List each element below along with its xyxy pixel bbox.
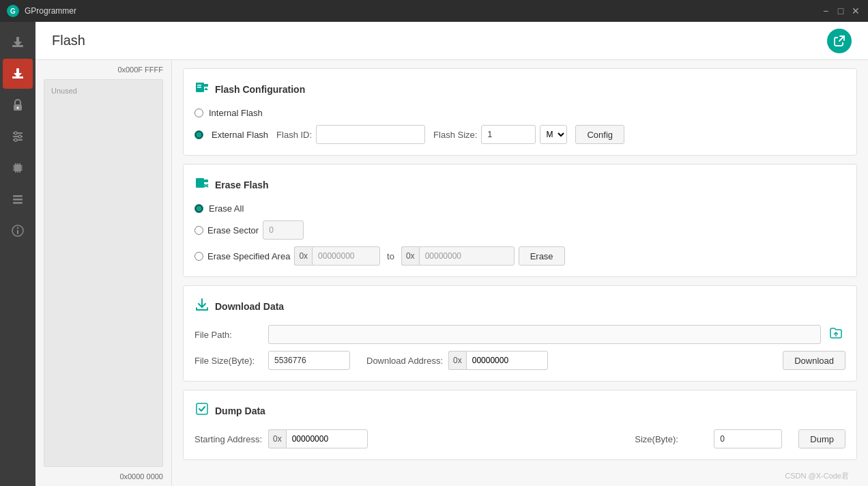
erase-flash-icon	[194, 175, 209, 194]
erase-all-label[interactable]: Erase All	[209, 203, 244, 214]
svg-point-12	[18, 135, 21, 138]
tune-icon	[11, 130, 25, 143]
memory-unused-label: Unused	[51, 87, 77, 95]
flash-config-icon	[194, 80, 209, 98]
size-input[interactable]	[714, 429, 782, 448]
download-data-header: Download Data	[194, 297, 845, 315]
chip-icon	[11, 161, 25, 175]
file-size-label: File Size(Byte):	[194, 356, 263, 366]
flash-size-unit-select[interactable]: M K G	[540, 125, 567, 144]
svg-line-33	[839, 36, 844, 41]
file-path-input[interactable]	[268, 325, 821, 344]
close-button[interactable]: ✕	[850, 5, 861, 16]
erase-to-hex: 0x	[401, 246, 515, 266]
memory-bottom-label: 0x0000 0000	[44, 472, 163, 481]
starting-address-input[interactable]	[286, 429, 368, 448]
svg-rect-40	[204, 180, 208, 182]
erase-to-label: to	[387, 251, 394, 261]
erase-from-input[interactable]	[312, 246, 380, 266]
flash-config-card: Flash Configuration Internal Flash Exter…	[183, 68, 857, 156]
sidebar-item-info[interactable]	[3, 216, 33, 246]
svg-marker-38	[204, 87, 208, 90]
titlebar-left: G GProgrammer	[7, 5, 76, 17]
download-top-icon	[10, 35, 25, 50]
flash-config-title: Flash Configuration	[215, 84, 305, 95]
svg-rect-27	[13, 195, 23, 197]
download-address-label: Download Address:	[366, 356, 443, 366]
flash-size-input[interactable]	[481, 125, 536, 144]
sidebar-item-chip[interactable]	[3, 153, 33, 183]
app-title: GProgrammer	[25, 6, 76, 16]
file-size-row: File Size(Byte): Download Address: 0x Do…	[194, 351, 845, 370]
browse-button[interactable]	[826, 326, 845, 343]
svg-point-11	[14, 132, 17, 134]
erase-sector-radio[interactable]	[194, 226, 203, 235]
erase-flash-title: Erase Flash	[215, 180, 269, 190]
lock-icon	[11, 98, 25, 112]
internal-flash-radio[interactable]	[194, 109, 203, 117]
svg-rect-39	[196, 178, 204, 188]
svg-rect-31	[17, 230, 18, 234]
content-area: Flash 0x000F FFFF Unused 0x0000 0000	[35, 22, 868, 486]
erase-sector-row: Erase Sector	[194, 220, 845, 240]
titlebar: G GProgrammer − □ ✕	[0, 0, 868, 22]
size-label: Size(Byte):	[635, 434, 703, 444]
file-path-row: File Path:	[194, 325, 845, 344]
dump-data-header: Dump Data	[194, 401, 845, 420]
erase-to-input[interactable]	[419, 246, 515, 266]
page-header: Flash	[35, 22, 868, 60]
flash-size-label: Flash Size:	[433, 130, 477, 140]
main-panel: 0x000F FFFF Unused 0x0000 0000	[35, 60, 868, 486]
flash-size-group: Flash Size: M K G	[433, 125, 567, 144]
dump-button[interactable]: Dump	[798, 429, 845, 448]
erase-all-radio[interactable]	[194, 204, 203, 213]
erase-specified-label[interactable]: Erase Specified Area	[207, 251, 290, 261]
flash-id-input[interactable]	[316, 125, 425, 144]
erase-to-prefix: 0x	[401, 246, 419, 266]
svg-rect-36	[197, 85, 201, 86]
maximize-button[interactable]: □	[835, 5, 846, 16]
svg-rect-45	[197, 403, 207, 414]
sidebar-item-flash-top[interactable]	[3, 27, 33, 57]
info-icon	[11, 224, 25, 238]
memory-bar: Unused	[44, 79, 163, 467]
erase-specified-radio[interactable]	[194, 252, 203, 261]
minimize-button[interactable]: −	[820, 5, 831, 16]
dump-row: Starting Address: 0x Size(Byte): Dump	[194, 429, 845, 448]
erase-sector-input[interactable]	[263, 220, 304, 240]
file-size-input[interactable]	[268, 351, 350, 370]
memory-map: 0x000F FFFF Unused 0x0000 0000	[35, 60, 172, 486]
svg-point-32	[17, 227, 18, 229]
download-data-card: Download Data File Path:	[183, 285, 857, 382]
config-button[interactable]: Config	[575, 125, 624, 144]
download-data-icon	[194, 297, 209, 315]
flash-id-group: Flash ID:	[276, 125, 425, 144]
memory-top-label: 0x000F FFFF	[44, 66, 163, 74]
dump-data-icon	[194, 401, 209, 420]
erase-flash-header: Erase Flash	[194, 175, 845, 194]
dump-data-card: Dump Data Starting Address: 0x Size(Byte…	[183, 390, 857, 460]
app-logo: G	[7, 5, 19, 17]
download-button[interactable]: Download	[783, 351, 845, 370]
download-address-input[interactable]	[466, 351, 548, 370]
erase-all-row: Erase All	[194, 203, 845, 214]
download-data-title: Download Data	[215, 301, 284, 312]
sidebar-item-list[interactable]	[3, 184, 33, 214]
starting-address-hex: 0x	[268, 429, 368, 448]
external-flash-label[interactable]: External Flash	[212, 130, 268, 140]
link-button[interactable]	[827, 29, 852, 53]
download-address-hex: 0x	[448, 351, 548, 370]
starting-prefix: 0x	[268, 429, 286, 448]
app-body: Flash 0x000F FFFF Unused 0x0000 0000	[0, 22, 868, 486]
svg-rect-37	[197, 87, 201, 88]
erase-button[interactable]: Erase	[519, 246, 565, 266]
download-prefix: 0x	[448, 351, 466, 370]
erase-type-radio-group: Erase All Erase Sector Erase Specified A…	[194, 203, 845, 266]
erase-sector-label[interactable]: Erase Sector	[207, 225, 259, 235]
sidebar-item-security[interactable]	[3, 90, 33, 120]
external-flash-radio[interactable]	[194, 130, 203, 139]
internal-flash-label[interactable]: Internal Flash	[209, 108, 263, 118]
sidebar-item-flash-active[interactable]	[3, 59, 33, 89]
sidebar-item-tune[interactable]	[3, 121, 33, 152]
erase-flash-card: Erase Flash Erase All Erase Sector	[183, 164, 857, 277]
